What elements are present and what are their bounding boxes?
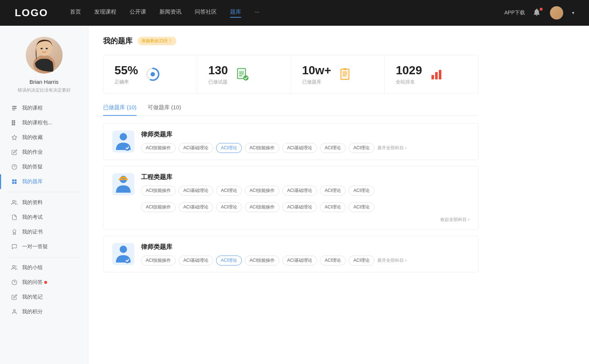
tab-available-banks[interactable]: 可做题库 (10): [148, 104, 181, 115]
tag-5[interactable]: ACI理论: [320, 143, 346, 153]
nav-discover[interactable]: 发现课程: [94, 8, 116, 18]
notepad-icon: [339, 68, 353, 81]
stat-ranking-info: 1029 全站排名: [396, 63, 422, 85]
bank-card-engineering-header: 工程类题库 ACI技能操作 ACI基础理论 ACI理论 ACI技能操作 ACI基…: [103, 166, 478, 202]
sidebar-item-qa[interactable]: 我的答疑: [0, 160, 88, 174]
svg-point-23: [13, 265, 14, 267]
engineering-icon: [112, 173, 134, 195]
tab-done-banks[interactable]: 已做题库 (10): [103, 104, 137, 115]
eng-tag2-0[interactable]: ACI技能操作: [141, 202, 176, 212]
nav-home[interactable]: 首页: [70, 8, 81, 18]
l2-tag-6[interactable]: ACI理论: [349, 256, 374, 265]
svg-rect-42: [431, 75, 434, 79]
nav-news[interactable]: 新闻资讯: [159, 8, 181, 18]
sidebar-item-homework[interactable]: 我的作业: [0, 145, 88, 160]
user-avatar[interactable]: [550, 6, 563, 19]
avatar-chevron-icon[interactable]: ▾: [572, 10, 574, 15]
eng-tag2-4[interactable]: ACI基础理论: [282, 202, 317, 212]
done-questions-icon: [234, 66, 251, 82]
certificate-icon: [11, 229, 18, 235]
question-bank-icon: [11, 178, 18, 185]
eng-tag-0[interactable]: ACI技能操作: [141, 186, 176, 196]
sidebar-item-label: 我的课程: [22, 105, 43, 111]
nav-open-course[interactable]: 公开课: [130, 8, 146, 18]
l2-tag-0[interactable]: ACI技能操作: [141, 256, 176, 265]
sidebar-item-label: 我的问答: [22, 279, 43, 286]
page-title-row: 我的题库 体验剩余23天！: [103, 36, 479, 46]
eng-tag2-5[interactable]: ACI理论: [320, 202, 346, 212]
eng-tag-6[interactable]: ACI理论: [349, 186, 374, 196]
sidebar-user-motto: 错误的决定比没有决定要好: [18, 87, 71, 93]
bank-card-engineering-tags-1: ACI技能操作 ACI基础理论 ACI理论 ACI技能操作 ACI基础理论 AC…: [141, 186, 469, 196]
stat-done-banks: 10w+ 已做题库: [291, 55, 385, 93]
collapse-link-1[interactable]: 收起全部科目 ›: [112, 215, 469, 224]
eng-tag-3[interactable]: ACI技能操作: [245, 186, 279, 196]
stat-ranking-label: 全站排名: [396, 79, 422, 85]
sidebar-item-notes[interactable]: 我的笔记: [0, 290, 88, 304]
eng-tag-4[interactable]: ACI基础理论: [282, 186, 317, 196]
accuracy-icon: [145, 66, 161, 82]
group-icon: [11, 264, 18, 271]
one-on-one-icon: [11, 243, 18, 250]
sidebar-item-favorites[interactable]: 我的收藏: [0, 130, 88, 145]
bank-card-lawyer-1: 律师类题库 ACI技能操作 ACI基础理论 ACI理论 ACI技能操作 ACI基…: [103, 123, 479, 160]
svg-rect-6: [12, 108, 17, 109]
expand-link-2[interactable]: 展开全部科目 ›: [377, 257, 406, 264]
sidebar-divider: [7, 192, 81, 192]
tag-4[interactable]: ACI基础理论: [282, 143, 317, 153]
sidebar-item-profile[interactable]: 我的资料: [0, 195, 88, 210]
l2-tag-2-highlighted[interactable]: ACI理论: [216, 256, 242, 265]
app-download-link[interactable]: APP下载: [504, 10, 525, 16]
tag-6[interactable]: ACI理论: [349, 143, 374, 153]
nav-links: 首页 发现课程 公开课 新闻资讯 问答社区 题库 ···: [70, 8, 504, 18]
bar-chart-icon: [430, 68, 443, 81]
sidebar-item-one-on-one[interactable]: 一对一答疑: [0, 239, 88, 254]
tag-1[interactable]: ACI基础理论: [179, 143, 213, 153]
eng-tag-1[interactable]: ACI基础理论: [179, 186, 213, 196]
eng-tag2-1[interactable]: ACI基础理论: [179, 202, 213, 212]
tag-3[interactable]: ACI技能操作: [245, 143, 279, 153]
bank-card-lawyer-1-content: 律师类题库 ACI技能操作 ACI基础理论 ACI理论 ACI技能操作 ACI基…: [141, 130, 469, 153]
stat-accuracy: 55% 正确率: [103, 55, 197, 93]
ranking-icon: [428, 66, 445, 82]
svg-point-26: [13, 310, 15, 311]
notification-dot: [540, 8, 543, 11]
sidebar-item-label: 我的题库: [22, 178, 43, 185]
nav-qa[interactable]: 问答社区: [195, 8, 217, 18]
trial-badge: 体验剩余23天！: [138, 37, 176, 45]
tag-2-highlighted[interactable]: ACI理论: [216, 143, 242, 153]
notification-bell[interactable]: [532, 8, 543, 18]
nav-question-bank[interactable]: 题库: [230, 8, 241, 18]
sidebar: Brian Harris 错误的决定比没有决定要好 我的课程 我的课程包... …: [0, 26, 88, 364]
sidebar-item-group[interactable]: 我的小组: [0, 260, 88, 275]
sidebar-item-my-courses[interactable]: 我的课程: [0, 101, 88, 115]
expand-link-0[interactable]: 展开全部科目 ›: [377, 145, 406, 151]
eng-tag-2[interactable]: ACI理论: [216, 186, 242, 196]
l2-tag-5[interactable]: ACI理论: [320, 256, 346, 265]
sidebar-item-points[interactable]: 我的积分: [0, 304, 88, 319]
stat-done-banks-value: 10w+: [302, 63, 331, 77]
sidebar-menu: 我的课程 我的课程包... 我的收藏 我的作业: [0, 101, 88, 319]
points-icon: [11, 308, 18, 315]
stat-ranking-value: 1029: [396, 63, 422, 77]
eng-tag2-2[interactable]: ACI理论: [216, 202, 242, 212]
nav-more[interactable]: ···: [254, 8, 259, 18]
eng-tag2-3[interactable]: ACI技能操作: [245, 202, 279, 212]
svg-rect-17: [12, 179, 14, 181]
logo: LOGO: [15, 7, 48, 19]
stat-done-questions-info: 130 已做试题: [208, 63, 228, 85]
eng-tag2-6[interactable]: ACI理论: [349, 202, 374, 212]
sidebar-item-exams[interactable]: 我的考试: [0, 210, 88, 225]
sidebar-item-question-bank[interactable]: 我的题库: [0, 174, 88, 189]
l2-tag-4[interactable]: ACI基础理论: [282, 256, 317, 265]
eng-tag-5[interactable]: ACI理论: [320, 186, 346, 196]
bank-card-engineering-tags-2: ACI技能操作 ACI基础理论 ACI理论 ACI技能操作 ACI基础理论 AC…: [141, 202, 469, 212]
tag-0[interactable]: ACI技能操作: [141, 143, 176, 153]
l2-tag-1[interactable]: ACI基础理论: [179, 256, 213, 265]
l2-tag-3[interactable]: ACI技能操作: [245, 256, 279, 265]
sidebar-item-certificates[interactable]: 我的证书: [0, 225, 88, 239]
svg-rect-41: [343, 68, 346, 70]
bank-card-engineering-title: 工程类题库: [141, 173, 469, 181]
sidebar-item-course-packages[interactable]: 我的课程包...: [0, 115, 88, 130]
sidebar-item-my-qa[interactable]: 我的问答: [0, 275, 88, 290]
